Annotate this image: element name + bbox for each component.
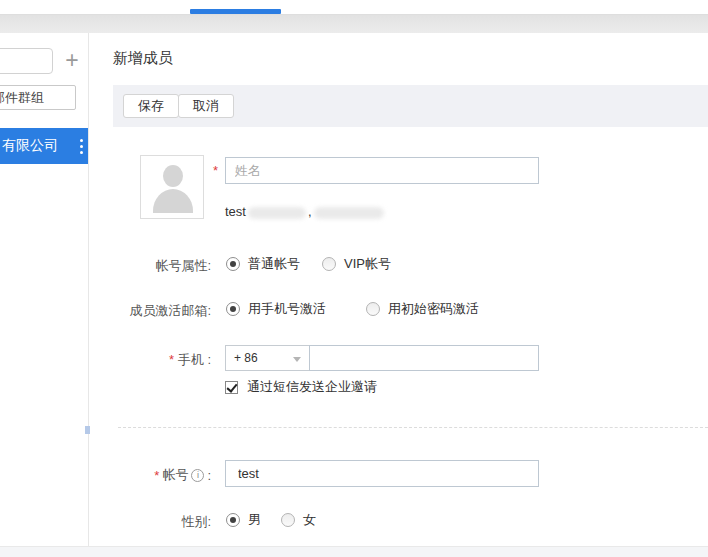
email-separator: , (308, 204, 312, 219)
top-gray-band (0, 14, 708, 33)
phone-input[interactable] (309, 345, 539, 371)
add-group-button[interactable]: + (61, 48, 83, 74)
radio-activate-by-password-label[interactable]: 用初始密码激活 (388, 300, 479, 318)
phone-label-text: 手机 : (178, 352, 211, 367)
name-input[interactable] (225, 157, 539, 184)
avatar-placeholder[interactable] (140, 155, 204, 219)
radio-gender-male[interactable] (226, 513, 240, 527)
sms-invite-checkbox[interactable] (225, 381, 238, 394)
more-options-icon[interactable] (80, 139, 89, 154)
member-email-text: test, (225, 204, 386, 219)
radio-gender-male-label[interactable]: 男 (248, 511, 261, 529)
phone-required-mark: * (169, 352, 174, 367)
cancel-button[interactable]: 取消 (178, 94, 234, 118)
account-label-colon: : (207, 468, 211, 483)
bottom-band (0, 546, 708, 557)
country-code-value: + 86 (234, 351, 258, 365)
group-search-input[interactable] (0, 48, 53, 74)
radio-gender-female-label[interactable]: 女 (303, 511, 316, 529)
account-type-label: 帐号属性: (113, 257, 211, 275)
account-required-mark: * (154, 468, 159, 483)
radio-activate-by-phone[interactable] (226, 302, 240, 316)
gender-options: 男 女 (226, 511, 316, 529)
activation-label: 成员激活邮箱: (113, 302, 211, 320)
name-required-mark: * (213, 163, 218, 178)
sms-invite-row: 通过短信发送企业邀请 (225, 378, 377, 396)
toolbar: 保存 取消 (113, 85, 708, 127)
radio-activate-by-password[interactable] (366, 302, 380, 316)
account-input[interactable] (225, 460, 539, 487)
sms-invite-label[interactable]: 通过短信发送企业邀请 (247, 378, 377, 396)
page-title: 新增成员 (113, 49, 173, 68)
save-button[interactable]: 保存 (123, 94, 179, 118)
account-label-text: 帐号 (162, 466, 188, 484)
redacted-text (314, 207, 384, 219)
gender-label: 性别: (113, 513, 211, 531)
avatar-silhouette-head (163, 165, 183, 187)
radio-gender-female[interactable] (281, 513, 295, 527)
radio-vip-account-label[interactable]: VIP帐号 (344, 255, 391, 273)
divider-handle[interactable] (85, 426, 90, 434)
sidebar-item-mail-group[interactable]: 邮件群组 (0, 85, 76, 110)
radio-normal-account[interactable] (226, 257, 240, 271)
phone-label: * 手机 : (113, 351, 211, 369)
radio-normal-account-label[interactable]: 普通帐号 (248, 255, 300, 273)
sidebar-item-company[interactable]: 有限公司 (0, 128, 89, 164)
account-label: * 帐号 i : (113, 466, 211, 484)
avatar-silhouette-body (153, 189, 193, 213)
chevron-down-icon (293, 357, 301, 362)
company-name-label: 有限公司 (0, 137, 80, 155)
email-prefix: test (225, 204, 246, 219)
activation-options: 用手机号激活 用初始密码激活 (226, 300, 479, 318)
info-icon[interactable]: i (191, 469, 204, 482)
country-code-select[interactable]: + 86 (225, 345, 310, 371)
section-divider (118, 427, 708, 428)
sidebar: + 邮件群组 有限公司 (0, 33, 89, 546)
radio-vip-account[interactable] (322, 257, 336, 271)
add-member-page: + 邮件群组 有限公司 新增成员 保存 取消 * test, 帐号属性: 普通帐… (0, 0, 708, 557)
redacted-text (248, 207, 306, 219)
radio-activate-by-phone-label[interactable]: 用手机号激活 (248, 300, 326, 318)
account-type-options: 普通帐号 VIP帐号 (226, 255, 391, 273)
